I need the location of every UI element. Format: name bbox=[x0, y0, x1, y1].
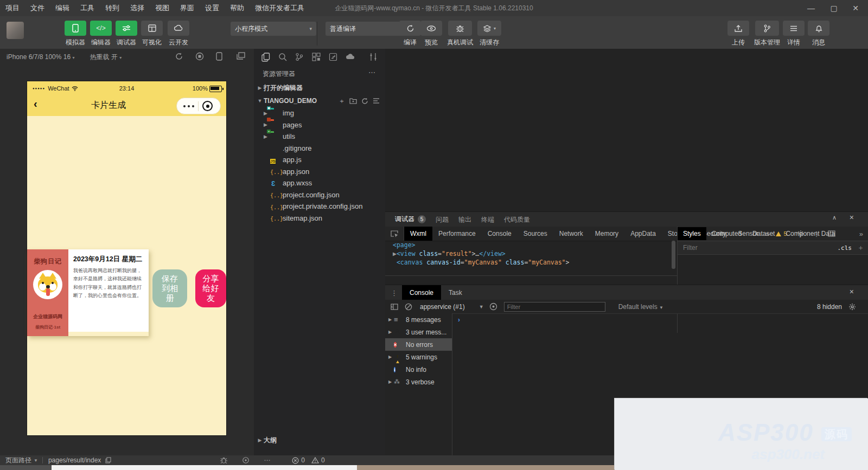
wxml-line-0[interactable]: <page> bbox=[385, 241, 677, 249]
styles-tab-computed[interactable]: Computed bbox=[706, 227, 747, 240]
menu-item-9[interactable]: 帮助 bbox=[225, 3, 250, 13]
console-filter-user[interactable]: ▶3 user mess... bbox=[385, 326, 452, 338]
device-frame-icon[interactable] bbox=[216, 52, 226, 62]
file-app.json[interactable]: ▶{..}app.json bbox=[254, 166, 385, 178]
console-filter-verbose[interactable]: ▶⁂3 verbose bbox=[385, 376, 452, 388]
file-img[interactable]: ▶▣img bbox=[254, 107, 385, 119]
levels-select[interactable]: Default levels ▼ bbox=[618, 303, 663, 311]
bug-icon[interactable] bbox=[220, 456, 228, 464]
details-button[interactable]: 详情 bbox=[781, 21, 806, 47]
share-to-friend-button[interactable]: 分享 给好 友 bbox=[195, 269, 226, 307]
close-panel-icon[interactable]: × bbox=[850, 213, 854, 222]
open-editors-section[interactable]: ▶ 打开的编辑器 bbox=[254, 82, 385, 93]
hidden-count[interactable]: 8 hidden bbox=[817, 303, 842, 311]
stop-icon[interactable] bbox=[195, 52, 205, 62]
avatar[interactable] bbox=[7, 22, 24, 39]
visual-toggle[interactable]: 可视化 bbox=[139, 21, 164, 47]
menu-item-8[interactable]: 设置 bbox=[200, 3, 225, 13]
new-file-icon[interactable]: ＋ bbox=[339, 96, 345, 106]
eye-icon[interactable] bbox=[489, 302, 497, 311]
wxml-line-1[interactable]: ▶<view class="result">…</view> bbox=[385, 249, 677, 258]
console-prompt[interactable]: › bbox=[458, 316, 460, 324]
wxml-tree[interactable]: <page>▶<view class="result">…</view> <ca… bbox=[385, 241, 677, 276]
devtools-tab-memory[interactable]: Memory bbox=[589, 227, 624, 241]
clear-cache-button[interactable]: ▾ 清缓存 bbox=[475, 21, 503, 47]
menu-item-2[interactable]: 编辑 bbox=[50, 3, 75, 13]
refresh-icon[interactable] bbox=[361, 96, 368, 106]
devtools-tab-performance[interactable]: Performance bbox=[432, 227, 482, 241]
console-filter-list[interactable]: ▶≡8 messages bbox=[385, 313, 452, 326]
outline-section[interactable]: ▶ 大纲 bbox=[254, 435, 385, 446]
cls-toggle[interactable]: .cls bbox=[838, 244, 852, 252]
search-icon[interactable] bbox=[278, 53, 288, 62]
panel-tab-1[interactable]: 问题 bbox=[436, 212, 449, 227]
menu-item-7[interactable]: 界面 bbox=[175, 3, 200, 13]
detach-window-icon[interactable] bbox=[237, 52, 246, 62]
clear-console-icon[interactable] bbox=[405, 303, 412, 311]
kebab-menu-icon[interactable]: ⋮ bbox=[391, 289, 398, 297]
close-button[interactable]: ✕ bbox=[845, 0, 866, 16]
file-utils[interactable]: ▶+utils bbox=[254, 131, 385, 143]
ellipsis-icon[interactable]: ⋯ bbox=[264, 456, 270, 464]
close-console-icon[interactable]: × bbox=[850, 287, 854, 296]
devtools-tab-sources[interactable]: Sources bbox=[518, 227, 553, 241]
console-filter-warning[interactable]: ▶5 warnings bbox=[385, 351, 452, 363]
console-filter-info[interactable]: iNo info bbox=[385, 363, 452, 376]
file-pages[interactable]: ▶pages bbox=[254, 119, 385, 131]
console-tab-task[interactable]: Task bbox=[441, 285, 470, 300]
preview-button[interactable]: 预览 bbox=[419, 21, 444, 47]
devtools-tab-console[interactable]: Console bbox=[482, 227, 518, 241]
collapse-all-icon[interactable] bbox=[373, 96, 380, 106]
menu-item-10[interactable]: 微信开发者工具 bbox=[250, 3, 310, 13]
file-project.private.config.json[interactable]: ▶{..}project.private.config.json bbox=[254, 201, 385, 213]
console-filter-error[interactable]: ×No errors bbox=[385, 338, 452, 351]
skyline-icon[interactable] bbox=[329, 53, 338, 62]
panel-tab-2[interactable]: 输出 bbox=[458, 212, 471, 227]
cloud-toggle[interactable]: 云开发 bbox=[166, 21, 191, 47]
hot-reload-toggle[interactable]: 热重载 开 ▾ bbox=[90, 53, 122, 62]
more-dots-button[interactable] bbox=[181, 105, 194, 107]
styles-filter-input[interactable] bbox=[678, 243, 838, 252]
eye-icon[interactable] bbox=[242, 456, 250, 464]
git-icon[interactable] bbox=[295, 53, 304, 62]
debugger-toggle[interactable]: 调试器 bbox=[114, 21, 139, 47]
menu-item-6[interactable]: 视图 bbox=[150, 3, 175, 13]
context-select[interactable]: appservice (#1) bbox=[420, 303, 465, 311]
styles-tab-component-data[interactable]: Component Data bbox=[780, 227, 840, 240]
page-path-value[interactable]: pages/result/index bbox=[48, 456, 101, 464]
styles-more-icon[interactable]: » bbox=[859, 230, 863, 238]
remote-debug-button[interactable]: 真机调试 bbox=[445, 21, 475, 47]
version-button[interactable]: 版本管理 bbox=[752, 21, 782, 47]
wxml-line-2[interactable]: <canvas canvas-id="myCanvas" class="myCa… bbox=[385, 258, 677, 267]
sidebar-toggle-icon[interactable] bbox=[391, 304, 398, 310]
device-select[interactable]: iPhone 6/7/8 100% 16 ▾ bbox=[7, 53, 74, 61]
save-to-album-button[interactable]: 保存 到相 册 bbox=[152, 269, 187, 307]
simulator-toggle[interactable]: 模拟器 bbox=[63, 21, 88, 47]
new-style-rule-icon[interactable]: ＋ bbox=[857, 243, 864, 253]
panel-tab-0[interactable]: 调试器5 bbox=[395, 211, 426, 228]
devtools-tab-appdata[interactable]: AppData bbox=[624, 227, 662, 241]
panel-tab-3[interactable]: 终端 bbox=[481, 212, 494, 227]
panel-toggle-icon[interactable] bbox=[369, 53, 379, 62]
menu-item-5[interactable]: 选择 bbox=[125, 3, 150, 13]
extensions-icon[interactable] bbox=[312, 53, 321, 62]
messages-button[interactable]: 消息 bbox=[806, 21, 831, 47]
console-tab-console[interactable]: Console bbox=[402, 285, 441, 300]
new-folder-icon[interactable] bbox=[349, 96, 357, 106]
devtools-tab-network[interactable]: Network bbox=[553, 227, 589, 241]
scrollbar[interactable] bbox=[672, 241, 675, 269]
copy-icon[interactable] bbox=[105, 457, 111, 463]
menu-item-0[interactable]: 项目 bbox=[0, 3, 25, 13]
file-app.js[interactable]: ▶JSapp.js bbox=[254, 154, 385, 166]
menu-item-4[interactable]: 转到 bbox=[100, 3, 125, 13]
project-section[interactable]: ▼ TIANGOU_DEMO ＋ bbox=[254, 95, 385, 106]
explorer-more-icon[interactable]: ⋯ bbox=[368, 68, 375, 76]
problems-counts[interactable]: 0 0 bbox=[292, 456, 324, 464]
gear-icon[interactable] bbox=[848, 303, 856, 311]
menu-item-3[interactable]: 工具 bbox=[75, 3, 100, 13]
styles-tab-styles[interactable]: Styles bbox=[678, 227, 706, 240]
panel-tab-4[interactable]: 代码质量 bbox=[504, 212, 530, 227]
collapse-panel-icon[interactable]: ∧ bbox=[832, 214, 837, 221]
restart-icon[interactable] bbox=[175, 52, 184, 62]
file-.gitignore[interactable]: ▶.gitignore bbox=[254, 143, 385, 154]
